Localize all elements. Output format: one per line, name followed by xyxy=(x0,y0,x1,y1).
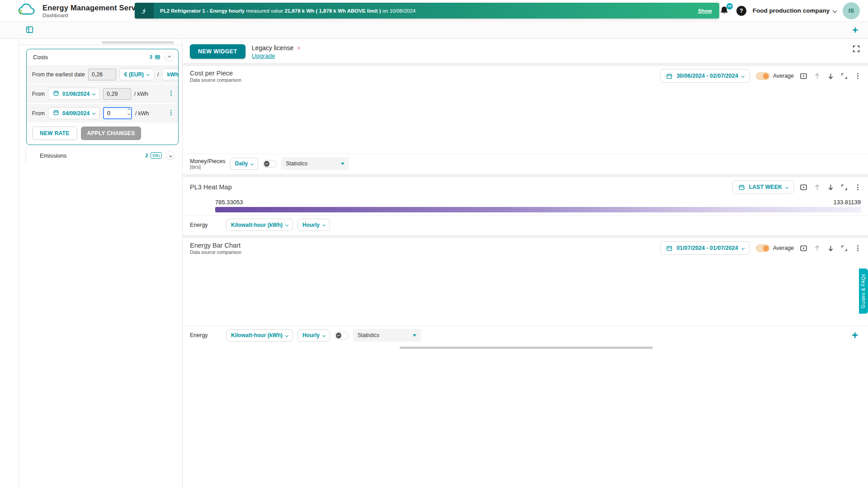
widget-subtitle: Data source comparison xyxy=(190,77,258,83)
rate-1-date-picker[interactable]: 01/06/2024 xyxy=(48,88,100,100)
metric-label: Money/Pieces xyxy=(190,158,226,164)
average-toggle[interactable]: Average xyxy=(756,72,794,80)
cost-chart-x-axis xyxy=(207,144,861,151)
module-rail xyxy=(0,39,19,488)
emissions-title: Emissions xyxy=(40,152,66,159)
move-widget-down-icon[interactable] xyxy=(827,72,835,80)
fullscreen-icon[interactable] xyxy=(852,44,861,55)
rate-1-value-input[interactable] xyxy=(103,88,131,100)
add-series-button[interactable]: + xyxy=(849,329,861,342)
cost-date-range-button[interactable]: 30/06/2024 - 02/07/2024 xyxy=(660,69,750,83)
statistics-select[interactable]: Statistics xyxy=(353,329,421,342)
earliest-rate-row: From the earliest date € (EUR) / kWh xyxy=(27,65,178,84)
rate-2-value-stepper[interactable] xyxy=(103,107,132,119)
from-label: From xyxy=(32,91,45,97)
expand-widget-icon[interactable] xyxy=(840,72,848,80)
chevron-down-icon xyxy=(833,9,837,13)
widget-title: Energy Bar Chart xyxy=(190,242,258,249)
move-widget-down-icon[interactable] xyxy=(827,183,835,191)
rate-2-date-picker[interactable]: 04/09/2024 xyxy=(48,107,100,119)
energy-date-range-button[interactable]: 01/07/2024 - 01/07/2024 xyxy=(660,241,750,255)
widget-menu-kebab-icon[interactable] xyxy=(854,183,862,191)
presentation-mode-icon[interactable] xyxy=(800,183,807,191)
heat-legend-max: 785.33053 xyxy=(215,199,243,206)
presentation-mode-icon[interactable] xyxy=(800,72,807,80)
energy-bar-chart-widget: Energy Bar Chart Data source comparison … xyxy=(183,238,868,351)
move-widget-up-icon[interactable] xyxy=(813,72,821,80)
footer-horizontal-scrollbar[interactable] xyxy=(400,347,653,349)
statistics-toggle[interactable] xyxy=(263,160,277,168)
rate-2-menu-kebab-icon[interactable] xyxy=(168,109,175,117)
average-label: Average xyxy=(773,73,794,79)
currency-dropdown[interactable]: € (EUR) xyxy=(119,68,154,80)
interval-dropdown[interactable]: Hourly xyxy=(297,219,330,231)
presentation-mode-icon[interactable] xyxy=(800,244,807,252)
user-avatar[interactable]: IS xyxy=(843,2,860,19)
legacy-license-label: Legacy license xyxy=(252,44,294,52)
widget-menu-kebab-icon[interactable] xyxy=(854,72,862,80)
company-name: Food production company xyxy=(753,7,830,14)
earliest-rate-input[interactable] xyxy=(88,69,116,80)
app-subtitle: Dashboard xyxy=(42,13,128,18)
emissions-expand-button[interactable] xyxy=(166,151,175,160)
rates-sidebar: Costs 3 From the earliest date € (EUR) /… xyxy=(19,39,183,488)
company-switcher[interactable]: Food production company xyxy=(753,7,836,14)
rate-1-unit: / kWh xyxy=(134,91,148,97)
upgrade-link[interactable]: Upgrade xyxy=(252,52,300,59)
electricity-costs-panel: Costs 3 From the earliest date € (EUR) /… xyxy=(26,49,179,145)
app-title: Energy Management Service xyxy=(42,4,128,12)
app-logo-cloud-icon xyxy=(17,2,38,20)
expand-widget-icon[interactable] xyxy=(840,183,848,191)
cost-chart xyxy=(189,86,862,144)
app-header: Energy Management Service Dashboard PL2 … xyxy=(0,0,868,22)
statistics-toggle[interactable] xyxy=(335,332,349,339)
unit-dropdown[interactable]: kWh xyxy=(162,68,179,80)
average-toggle[interactable]: Average xyxy=(756,244,794,252)
emissions-section[interactable]: Emissions 2 CO₂ xyxy=(25,148,182,163)
expand-widget-icon[interactable] xyxy=(840,244,848,252)
guides-faqs-tab[interactable]: Guides & FAQs xyxy=(859,268,868,314)
cost-widget-footer: Money/Pieces [/pcs] Daily Statistics xyxy=(183,154,868,174)
widget-menu-kebab-icon[interactable] xyxy=(854,244,862,252)
rates-grid-icon xyxy=(155,54,160,60)
alert-show-link[interactable]: Show xyxy=(698,8,712,14)
move-widget-up-icon[interactable] xyxy=(813,244,821,252)
heat-legend-min: 133.81139 xyxy=(834,199,861,206)
stepper-arrows-icon[interactable] xyxy=(128,109,130,115)
statistics-select[interactable]: Statistics xyxy=(281,157,349,170)
apply-changes-button[interactable]: APPLY CHANGES xyxy=(81,127,142,140)
earliest-rate-label: From the earliest date xyxy=(32,71,85,78)
caret-down-icon xyxy=(341,163,344,165)
move-widget-down-icon[interactable] xyxy=(827,244,835,252)
unit-dropdown[interactable]: Kilowatt-hour (kWh) xyxy=(226,219,293,231)
tab-strip xyxy=(42,22,69,38)
costs-collapse-button[interactable] xyxy=(165,52,174,61)
alert-banner: PL2 Refrigerator 1 - Energy hourly measu… xyxy=(135,3,719,19)
alert-meter-icon xyxy=(135,3,154,19)
metric-label: Energy xyxy=(190,222,222,228)
heat-legend-gradient xyxy=(215,207,861,212)
new-widget-button[interactable]: NEW WIDGET xyxy=(190,44,245,59)
add-dashboard-tab-button[interactable]: + xyxy=(852,24,858,36)
dashboard-tab-bar: + xyxy=(0,22,868,39)
energy-chart-x-axis xyxy=(207,317,861,323)
costs-title: Costs xyxy=(33,54,48,61)
notifications-bell-icon[interactable]: 25 xyxy=(719,5,730,16)
tab-production-lines[interactable] xyxy=(42,22,69,38)
energy-widget-footer: Energy Kilowatt-hour (kWh) Hourly Statis… xyxy=(183,325,868,346)
sidebar-toggle-icon[interactable] xyxy=(25,25,34,35)
sidebar-scrollbar[interactable] xyxy=(102,41,174,44)
interval-dropdown[interactable]: Hourly xyxy=(297,329,330,342)
move-widget-up-icon[interactable] xyxy=(813,183,821,191)
metric-label: Energy xyxy=(190,332,222,338)
interval-dropdown[interactable]: Daily xyxy=(230,158,259,170)
new-rate-button[interactable]: NEW RATE xyxy=(32,127,77,140)
help-icon[interactable]: ? xyxy=(736,6,746,16)
unit-dropdown[interactable]: Kilowatt-hour (kWh) xyxy=(226,329,293,342)
rate-row-1: From 01/06/2024 / kWh xyxy=(27,84,178,103)
co2-icon: CO₂ xyxy=(151,152,162,159)
heat-range-button[interactable]: LAST WEEK xyxy=(732,180,794,194)
from-label: From xyxy=(32,110,45,117)
calendar-icon xyxy=(53,90,59,98)
rate-1-menu-kebab-icon[interactable] xyxy=(168,90,175,98)
